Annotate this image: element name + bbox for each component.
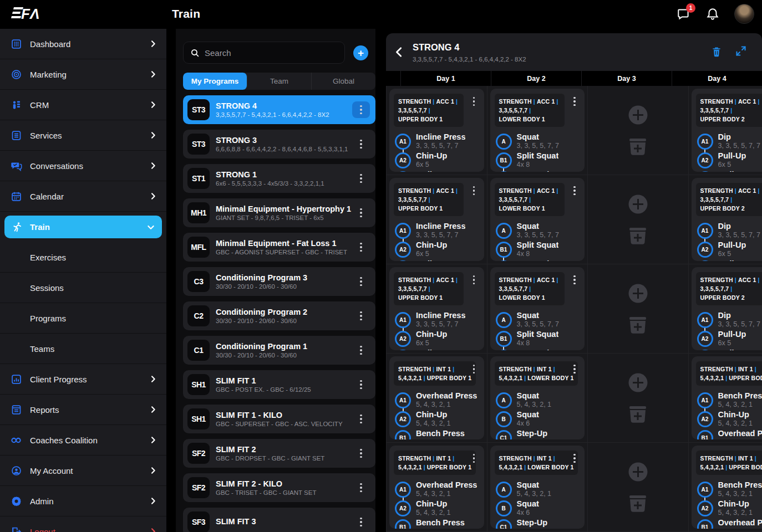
- add-from-library-icon[interactable]: [627, 405, 648, 423]
- program-item-menu-icon[interactable]: [352, 514, 370, 530]
- exercise-row[interactable]: A1Dip3, 3, 5, 5, 7, 7: [697, 310, 762, 329]
- program-list-item[interactable]: SH1SLIM FIT 1 - KILOGBC - SUPERSET - GBC…: [183, 405, 375, 433]
- program-list-item[interactable]: SF2SLIM FIT 2GBC - DROPSET - GBC - GIANT…: [183, 439, 375, 468]
- workout-card-menu-icon[interactable]: [566, 93, 583, 110]
- exercise-row[interactable]: A1Incline Press3, 3, 5, 5, 7, 7: [395, 132, 480, 151]
- add-from-library-icon[interactable]: [627, 315, 648, 334]
- tab-my-programs[interactable]: My Programs: [183, 73, 247, 90]
- program-list-item[interactable]: ST3STRONG 43,3,5,5,7,7 - 5,4,3,2,1 - 6,6…: [183, 95, 375, 124]
- workout-card[interactable]: STRENGTH|INT 1|5,4,3,2,1|LOWER BODY 1ASq…: [490, 356, 585, 439]
- add-workout-icon[interactable]: [628, 194, 648, 214]
- exercise-row[interactable]: A1Incline Press3, 3, 5, 5, 7, 7: [395, 310, 480, 329]
- exercise-row[interactable]: B1Split Squat4x 8: [496, 329, 581, 348]
- workout-card[interactable]: STRENGTH|INT 1|5,4,3,2,1|UPPER BODY 1A1O…: [389, 446, 484, 529]
- sidebar-item-logout[interactable]: Logout: [0, 516, 166, 532]
- workout-card-menu-icon[interactable]: [465, 450, 483, 467]
- exercise-row[interactable]: A1Overhead Press5, 4, 3, 2, 1: [395, 391, 480, 410]
- workout-card-menu-icon[interactable]: [465, 272, 483, 288]
- exercise-row[interactable]: A1Bench Press5, 4, 3, 2, 1: [697, 480, 762, 499]
- sidebar-item-programs[interactable]: Programs: [0, 303, 166, 334]
- notifications-bell-icon[interactable]: [705, 7, 720, 21]
- program-item-menu-icon[interactable]: [352, 445, 370, 462]
- workout-card[interactable]: STRENGTH|ACC 1|3,3,5,5,7,7|UPPER BODY 1A…: [389, 267, 484, 350]
- workout-card[interactable]: STRENGTH|ACC 1|3,3,5,5,7,7|UPPER BODY 1A…: [389, 178, 484, 261]
- exercise-row[interactable]: A1Incline Press3, 3, 5, 5, 7, 7: [395, 221, 480, 240]
- sidebar-item-client-progress[interactable]: Client Progress: [0, 364, 166, 395]
- program-list-item[interactable]: ST3STRONG 36,6,6,8,8 - 6,6,4,4,2,2 - 8,6…: [183, 130, 375, 158]
- sidebar-item-exercises[interactable]: Exercises: [0, 242, 166, 273]
- program-item-menu-icon[interactable]: [352, 411, 370, 427]
- program-item-menu-icon[interactable]: [352, 479, 370, 496]
- exercise-row[interactable]: A2Chin-Up5, 4, 3, 2, 1: [395, 499, 480, 518]
- exercise-row[interactable]: B1Incline Press4x 4: [395, 170, 480, 172]
- program-list-item[interactable]: SH1SLIM FIT 1GBC - POST EX. - GBC - 6/12…: [183, 370, 375, 399]
- exercise-row[interactable]: BSquat4x 6: [496, 410, 581, 428]
- workout-card[interactable]: STRENGTH|ACC 1|3,3,5,5,7,7|LOWER BODY 1A…: [490, 178, 585, 261]
- workout-card-menu-icon[interactable]: [566, 272, 583, 288]
- workout-card[interactable]: STRENGTH|ACC 1|3,3,5,5,7,7|LOWER BODY 1A…: [490, 89, 585, 172]
- exercise-row[interactable]: B1Bench Press3x 6: [395, 518, 480, 529]
- program-item-menu-icon[interactable]: [352, 342, 370, 359]
- search-input[interactable]: [205, 48, 332, 58]
- back-chevron-icon[interactable]: [393, 45, 405, 59]
- exercise-row[interactable]: A2Chin-Up6x 5: [395, 151, 480, 170]
- exercise-row[interactable]: B1Incline Press4x 4: [395, 348, 480, 350]
- exercise-row[interactable]: A2Chin-Up5, 4, 3, 2, 1: [697, 499, 762, 518]
- sidebar-item-services[interactable]: Services: [0, 120, 166, 151]
- sidebar-item-teams[interactable]: Teams: [0, 334, 166, 364]
- program-list-item[interactable]: C3Conditioning Program 330/30 - 20/10 - …: [183, 267, 375, 296]
- tab-team[interactable]: Team: [247, 73, 312, 90]
- sidebar-item-coaches-coalition[interactable]: Coaches Coalition: [0, 425, 166, 456]
- program-list-item[interactable]: C1Conditioning Program 130/30 - 20/10 - …: [183, 336, 375, 365]
- exercise-row[interactable]: ASquat3, 3, 5, 5, 7, 7: [496, 132, 581, 151]
- exercise-row[interactable]: ASquat3, 3, 5, 5, 7, 7: [496, 221, 581, 240]
- program-list-item[interactable]: MFLMinimal Equipment - Fat Loss 1GBC - A…: [183, 233, 375, 262]
- exercise-row[interactable]: A2Chin-Up6x 5: [395, 240, 480, 259]
- sidebar-item-my-account[interactable]: My Account: [0, 456, 166, 486]
- sidebar-item-crm[interactable]: CRM: [0, 90, 166, 120]
- workout-card[interactable]: STRENGTH|INT 1|5,4,3,2,1|LOWER BODY 1ASq…: [490, 446, 585, 529]
- sidebar-item-admin[interactable]: Admin: [0, 486, 166, 516]
- exercise-row[interactable]: B2Leg Curl4x 8: [496, 170, 581, 172]
- workout-card[interactable]: STRENGTH|ACC 1|3,3,5,5,7,7|UPPER BODY 2A…: [692, 89, 762, 172]
- exercise-row[interactable]: A2Pull-Up6x 5: [697, 329, 762, 348]
- sidebar-item-calendar[interactable]: Calendar: [0, 181, 166, 212]
- exercise-row[interactable]: A2Chin-Up5, 4, 3, 2, 1: [697, 410, 762, 428]
- program-item-menu-icon[interactable]: [352, 136, 370, 152]
- exercise-row[interactable]: B1Incline Press4x 8: [697, 348, 762, 350]
- add-workout-icon[interactable]: [628, 283, 648, 304]
- workout-card-menu-icon[interactable]: [465, 182, 483, 199]
- exercise-row[interactable]: A1Dip3, 3, 5, 5, 7, 7: [697, 221, 762, 240]
- exercise-row[interactable]: ASquat5, 4, 3, 2, 1: [496, 391, 581, 410]
- exercise-row[interactable]: A1Overhead Press5, 4, 3, 2, 1: [395, 480, 480, 499]
- program-item-menu-icon[interactable]: [352, 101, 370, 118]
- workout-card-menu-icon[interactable]: [566, 450, 583, 467]
- add-from-library-icon[interactable]: [627, 226, 648, 245]
- add-workout-icon[interactable]: [628, 105, 648, 125]
- messages-icon[interactable]: 1: [677, 7, 691, 21]
- exercise-row[interactable]: B1Incline Press4x 8: [697, 170, 762, 172]
- workout-card[interactable]: STRENGTH|ACC 1|3,3,5,5,7,7|UPPER BODY 2A…: [692, 178, 762, 261]
- sidebar-item-conversations[interactable]: Conversations: [0, 151, 166, 181]
- program-item-menu-icon[interactable]: [352, 308, 370, 324]
- exercise-row[interactable]: B1Incline Press4x 4: [395, 259, 480, 261]
- program-item-menu-icon[interactable]: [352, 170, 370, 187]
- tab-global[interactable]: Global: [312, 73, 375, 90]
- workout-card[interactable]: STRENGTH|ACC 1|3,3,5,5,7,7|LOWER BODY 1A…: [490, 267, 585, 350]
- exercise-row[interactable]: B2Leg Curl4x 8: [496, 259, 581, 261]
- exercise-row[interactable]: B1Incline Press4x 8: [697, 259, 762, 261]
- add-program-button[interactable]: +: [353, 45, 368, 60]
- program-item-menu-icon[interactable]: [352, 239, 370, 255]
- exercise-row[interactable]: BSquat4x 6: [496, 499, 581, 518]
- exercise-row[interactable]: A2Chin-Up5, 4, 3, 2, 1: [395, 410, 480, 428]
- workout-card[interactable]: STRENGTH|ACC 1|3,3,5,5,7,7|UPPER BODY 1A…: [389, 89, 484, 172]
- exercise-row[interactable]: B1Bench Press3x 6: [395, 428, 480, 439]
- add-workout-icon[interactable]: [628, 462, 648, 482]
- program-list-item[interactable]: SF3SLIM FIT 3: [183, 508, 375, 532]
- exercise-row[interactable]: B1Split Squat4x 8: [496, 240, 581, 259]
- program-item-menu-icon[interactable]: [352, 273, 370, 290]
- program-list-item[interactable]: C2Conditioning Program 230/30 - 20/10 - …: [183, 301, 375, 330]
- exercise-row[interactable]: B2Leg Curl4x 8: [496, 348, 581, 350]
- exercise-row[interactable]: A2Pull-Up6x 5: [697, 240, 762, 259]
- sidebar-item-sessions[interactable]: Sessions: [0, 273, 166, 303]
